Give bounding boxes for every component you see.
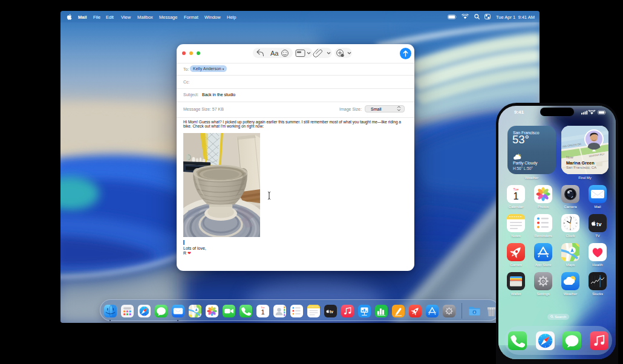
svg-text:Aa: Aa <box>270 50 279 57</box>
